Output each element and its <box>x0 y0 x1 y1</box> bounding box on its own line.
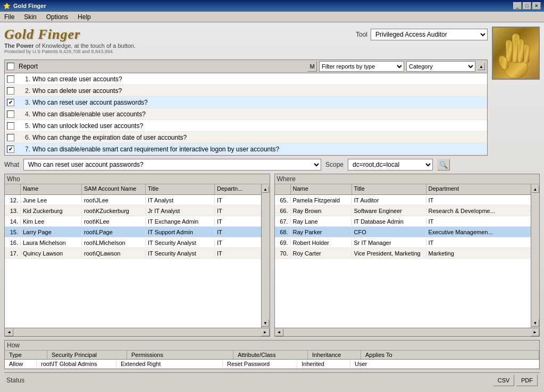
report-checkbox-3[interactable]: ✔ <box>7 99 14 106</box>
report-row: 2. Who can delete user accounts? <box>5 85 487 97</box>
menu-options[interactable]: Options <box>44 13 70 21</box>
app-icon: ⭐ <box>3 3 11 10</box>
report-checkbox-2[interactable] <box>7 87 14 95</box>
how-th-sec: Security Principal <box>47 351 127 359</box>
where-panel: Where Name Title Department 65. Pamela F… <box>274 174 540 337</box>
where-row[interactable]: 68. Ray Parker CFO Executive Managemen..… <box>275 227 531 237</box>
header-section: Gold Finger The Power of Knowledge, at t… <box>4 27 488 56</box>
who-panel: Who Name SAM Account Name Title Departn.… <box>4 174 270 337</box>
main-window: Gold Finger The Power of Knowledge, at t… <box>0 22 544 392</box>
finger-image <box>492 27 540 80</box>
search-button[interactable]: 🔍 <box>437 159 450 171</box>
where-scroll-x: ◄ ► <box>275 328 540 336</box>
report-num-6: 6. <box>18 134 30 141</box>
where-row[interactable]: 65. Pamela Fitzgerald IT Auditor IT <box>275 195 531 206</box>
close-button[interactable]: ✕ <box>532 2 541 10</box>
report-text-1: Who can create user accounts? <box>32 75 485 83</box>
where-scroll-y[interactable]: ▲ ▼ <box>531 184 539 328</box>
report-checkbox-1[interactable] <box>7 75 14 83</box>
scope-select[interactable]: dc=root,dc=local <box>348 159 433 171</box>
where-th-title: Title <box>352 184 426 194</box>
tool-area: Tool Privileged Access Auditor User Acce… <box>356 29 488 40</box>
scope-label: Scope <box>325 161 344 168</box>
how-section: How Type Security Principal Permissions … <box>4 340 540 369</box>
report-rows: 1. Who can create user accounts? 2. Who … <box>5 73 487 155</box>
who-th-sam: SAM Account Name <box>82 184 146 194</box>
report-checkbox-5[interactable] <box>7 122 14 130</box>
category-select[interactable]: Category All <box>406 61 475 72</box>
status-label: Status <box>6 377 24 384</box>
who-row[interactable]: 15. Larry Page root\LPage IT Support Adm… <box>5 227 261 237</box>
window-title: Gold Finger <box>13 3 46 9</box>
who-table-header: Name SAM Account Name Title Departn... <box>5 184 261 195</box>
who-row[interactable]: 12. June Lee root\JLee IT Analyst IT <box>5 195 261 206</box>
menu-skin[interactable]: Skin <box>22 13 38 21</box>
csv-button[interactable]: CSV <box>493 374 514 386</box>
how-th-attr: Attribute/Class <box>233 351 308 359</box>
who-row[interactable]: 16. Laura Michelson root\LMichelson IT S… <box>5 237 261 248</box>
tool-label: Tool <box>356 31 367 38</box>
status-bar: Status CSV PDF <box>4 372 540 388</box>
svg-rect-4 <box>524 44 529 63</box>
logo-subtitle: The Power of Knowledge, at the touch of … <box>4 42 136 49</box>
where-scroll-right[interactable]: ► <box>531 329 539 336</box>
report-text-7: Who can disable/enable smart card requir… <box>32 146 485 153</box>
report-col-header: Report <box>16 63 305 70</box>
who-row[interactable]: 17. Quincy Lawson root\QLawson IT Securi… <box>5 248 261 259</box>
who-scroll-y[interactable]: ▲ ▼ <box>261 184 270 328</box>
report-num-2: 2. <box>18 87 30 95</box>
who-scroll-x: ◄ ► <box>5 328 270 336</box>
report-row: 1. Who can create user accounts? <box>5 73 487 85</box>
what-scope-row: What Who can reset user account password… <box>4 159 540 171</box>
filter-select[interactable]: Filter reports by type All User <box>319 61 404 72</box>
report-num-1: 1. <box>18 75 30 83</box>
m-button[interactable]: M <box>307 61 317 72</box>
who-th-num <box>5 184 21 194</box>
how-rows: Allow root\IT Global Admins Extended Rig… <box>5 360 539 369</box>
where-table-header: Name Title Department <box>275 184 531 195</box>
report-checkbox-6[interactable] <box>7 134 14 141</box>
where-row[interactable]: 67. Ray Lane IT Database Admin IT <box>275 216 531 227</box>
menu-file[interactable]: File <box>2 13 16 21</box>
report-row: 4. Who can disable/enable user accounts? <box>5 108 487 120</box>
who-scroll-down[interactable]: ▼ <box>262 319 269 327</box>
who-scroll-up[interactable]: ▲ <box>262 185 269 193</box>
where-th-name: Name <box>291 184 352 194</box>
who-th-title: Title <box>146 184 215 194</box>
where-row[interactable]: 70. Roy Carter Vice President, Marketing… <box>275 248 531 259</box>
reports-scroll-up[interactable]: ▲ <box>478 63 485 70</box>
how-th-app: Applies To <box>361 351 539 359</box>
export-buttons: CSV PDF <box>493 374 538 386</box>
where-scroll-up[interactable]: ▲ <box>532 185 539 193</box>
report-checkbox-4[interactable] <box>7 110 14 118</box>
where-scroll-down[interactable]: ▼ <box>532 319 539 327</box>
who-th-name: Name <box>21 184 82 194</box>
where-rows: 65. Pamela Fitzgerald IT Auditor IT 66. … <box>275 195 531 259</box>
what-select[interactable]: Who can reset user account passwords? <box>23 159 321 171</box>
what-label: What <box>4 161 19 168</box>
minimize-button[interactable]: _ <box>513 2 522 10</box>
where-label: Where <box>275 174 540 184</box>
who-scroll-right[interactable]: ► <box>261 329 270 336</box>
who-scroll-left[interactable]: ◄ <box>5 329 13 336</box>
how-table: Type Security Principal Permissions Attr… <box>5 351 539 369</box>
report-num-3: 3. <box>18 99 30 106</box>
who-rows: 12. June Lee root\JLee IT Analyst IT 13.… <box>5 195 261 259</box>
who-row[interactable]: 14. Kim Lee root\KLee IT Exchange Admin … <box>5 216 261 227</box>
report-text-3: Who can reset user account passwords? <box>32 99 485 106</box>
maximize-button[interactable]: □ <box>523 2 531 10</box>
select-all-checkbox[interactable] <box>7 63 14 70</box>
reports-section: Report M Filter reports by type All User… <box>4 59 488 156</box>
who-table: Name SAM Account Name Title Departn... 1… <box>5 184 261 328</box>
how-header-row: Type Security Principal Permissions Attr… <box>5 351 539 360</box>
where-row[interactable]: 69. Robert Holder Sr IT Manager IT <box>275 237 531 248</box>
pdf-button[interactable]: PDF <box>516 374 538 386</box>
where-row[interactable]: 66. Ray Brown Software Engineer Research… <box>275 206 531 216</box>
tool-select[interactable]: Privileged Access Auditor User Access Au… <box>371 29 488 40</box>
who-row[interactable]: 13. Kid Zuckerburg root\KZuckerburg Jr I… <box>5 206 261 216</box>
where-scroll-left[interactable]: ◄ <box>275 329 283 336</box>
report-checkbox-7[interactable]: ✔ <box>7 146 14 153</box>
svg-rect-2 <box>517 39 524 63</box>
menu-help[interactable]: Help <box>76 13 93 21</box>
who-where-section: Who Name SAM Account Name Title Departn.… <box>4 174 540 337</box>
